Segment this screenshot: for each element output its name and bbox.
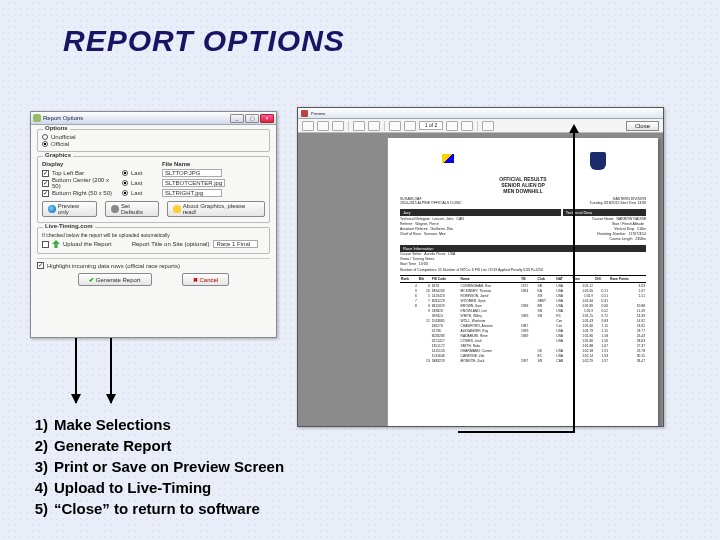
zoom-fit-button[interactable] [368,121,380,131]
open-button[interactable] [332,121,344,131]
step-text: Generate Report [54,436,172,455]
results-table: RankBibFIS CodeNameYBClubNATTimeDiff.Rac… [400,275,646,363]
window-close-button[interactable]: × [260,114,274,123]
preview-toolbar: 1 of 2 Close [298,119,663,133]
preview-window: Preview 1 of 2 Close OFFICIAL RESULTS SE… [297,107,664,427]
topleft-check[interactable]: ✓Top Left Bar [42,170,84,177]
livetiming-group: Live-Timing.com If checked below the rep… [37,227,270,254]
arrow-icon [75,338,77,403]
ussa-logo-icon [590,152,606,170]
step-number: 3) [30,457,48,476]
step-number: 4) [30,478,48,497]
set-defaults-button[interactable]: Set Defaults [105,201,159,217]
report-page: OFFICIAL RESULTS SENIOR ALIEN DP MEN DOW… [388,138,658,426]
slide-title: REPORT OPTIONS [63,24,345,58]
botcenter-last-radio[interactable]: Last [122,180,142,186]
x-icon: ✖ [193,276,198,283]
topleft-label: Top Left Bar [52,170,84,176]
nav-button[interactable] [482,121,494,131]
preview-canvas[interactable]: OFFICIAL RESULTS SENIOR ALIEN DP MEN DOW… [298,133,663,426]
steps-list: 1)Make Selections2)Generate Report3)Prin… [30,413,284,520]
table-row: 135883219MONROE, Zack1997SRCAN1:02.291.9… [400,358,646,363]
step-number: 5) [30,499,48,518]
botright-check[interactable]: ✓Bottom Right (50 x 50) [42,190,112,197]
botright-file-field[interactable]: SLTRIGHT.jpg [162,189,222,197]
app-icon [33,114,41,122]
botcenter-label: Bottom Center (200 x 50) [52,177,114,189]
tech-header: Technical Data [563,209,646,216]
graphics-group: Graphics Display File Name ✓Top Left Bar… [37,156,270,223]
step-text: “Close” to return to software [54,499,260,518]
doc-heading-3: MEN DOWNHILL [400,188,646,194]
preview-only-button[interactable]: Preview only [42,201,97,217]
options-group: Options Unofficial Official [37,129,270,152]
options-group-label: Options [43,125,70,131]
botright-label: Bottom Right (50 x 50) [52,190,112,196]
report-options-dialog: Report Options _ ▢ × Options Unofficial … [30,111,277,338]
race-info-block: Course Setter Aurelio Parse USAGates / T… [400,252,646,267]
report-title-field[interactable]: Race 1 Final [213,240,258,248]
botcenter-check[interactable]: ✓Bottom Center (200 x 50) [42,177,114,189]
official-label: Official [51,141,69,147]
arrow-icon [110,338,112,403]
step-number: 1) [30,415,48,434]
cancel-button[interactable]: ✖Cancel [182,273,230,286]
unofficial-radio[interactable]: Unofficial [42,134,76,140]
tech-block: Course Name NARROW GAUGEStart / Finish A… [524,216,646,243]
upload-report-check[interactable]: Upload the Report [42,240,112,248]
doc-season: 2014-2015 ALPINE OFFICIALS CLINIC [400,201,461,205]
preview-close-button[interactable]: Close [626,121,659,131]
step-text: Upload to Live-Timing [54,478,211,497]
print-button[interactable] [302,121,314,131]
minimize-button[interactable]: _ [230,114,244,123]
arrow-connector [458,431,575,433]
topleft-last-radio[interactable]: Last [122,170,142,176]
preview-app-icon [301,110,308,117]
dialog-titlebar[interactable]: Report Options _ ▢ × [31,112,276,125]
race-info-header: Race Information [400,245,646,252]
step-text: Make Selections [54,415,171,434]
step-number: 2) [30,436,48,455]
globe-icon [48,205,56,213]
maximize-button[interactable]: ▢ [245,114,259,123]
topleft-file-field[interactable]: SLTTOP.JPG [162,169,222,177]
jury-block: Technical Delegate Lanceri, John CANRefe… [400,216,522,243]
page-indicator[interactable]: 1 of 2 [419,121,443,130]
col-display: Display [42,161,122,167]
doc-date: Tuesday 3/18/2015 Start Time 13:00 [590,201,647,205]
step-text: Print or Save on Preview Screen [54,457,284,476]
preview-titlebar[interactable]: Preview [298,108,663,119]
preview-title: Preview [311,111,325,116]
bulb-icon [173,205,181,213]
counts-line: Number of Competitors: 55 Number of NOCs… [400,268,646,273]
col-filename: File Name [162,161,265,167]
last-page-button[interactable] [461,121,473,131]
gear-icon [111,205,119,213]
prev-page-button[interactable] [404,121,416,131]
unofficial-label: Unofficial [51,134,76,140]
botright-last-radio[interactable]: Last [122,190,142,196]
highlight-rows-check[interactable]: ✓Highlight incoming data rows (official … [37,262,180,269]
botcenter-file-field[interactable]: SLTBOTCENTER.jpg [162,179,225,187]
dialog-title: Report Options [43,115,228,121]
save-button[interactable] [317,121,329,131]
livetiming-desc: If checked below the report will be uplo… [42,232,265,238]
jury-header: Jury [400,209,561,216]
graphics-group-label: Graphics [43,152,73,158]
about-graphics-button[interactable]: About Graphics, please read! [167,201,265,217]
generate-report-button[interactable]: ✔Generate Report [78,273,152,286]
report-title-label: Report Title on Site (optional) [132,241,210,247]
livetiming-group-label: Live-Timing.com [43,223,95,229]
official-radio[interactable]: Official [42,141,69,147]
first-page-button[interactable] [389,121,401,131]
upload-icon [52,240,60,248]
find-button[interactable] [353,121,365,131]
next-page-button[interactable] [446,121,458,131]
check-icon: ✔ [89,276,94,283]
fis-logo-icon [440,152,458,166]
arrow-icon [573,133,575,433]
